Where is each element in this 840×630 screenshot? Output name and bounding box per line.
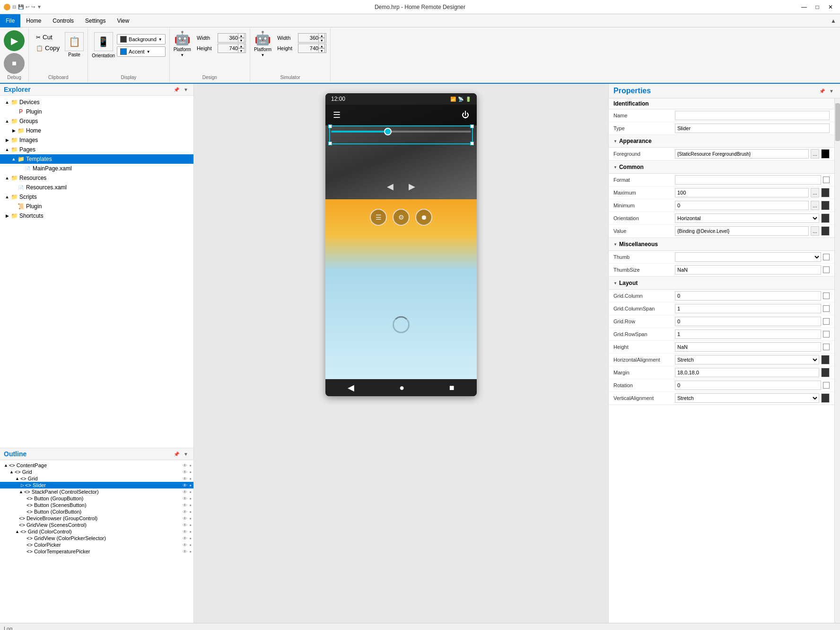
design-width-up[interactable]: ▲ [238,33,245,38]
grid-column-checkbox[interactable] [823,293,830,299]
outline-stackpanel[interactable]: ▲ <> StackPanel (ControlSelector) 👁 ● [0,488,193,495]
grid-row-input[interactable] [675,317,821,326]
sim-width-down[interactable]: ▼ [318,38,325,43]
value-color-btn[interactable] [821,226,830,236]
outline-pin-icon[interactable]: 📌 [173,450,180,458]
recent-nav-btn[interactable]: ■ [449,383,455,393]
margin-input[interactable] [675,368,819,377]
slider-eye-icon[interactable]: 👁 [183,483,187,488]
props-dropdown-icon[interactable]: ▼ [828,87,835,95]
grid-columnspan-checkbox[interactable] [823,305,830,312]
foreground-dots-btn[interactable]: … [811,149,819,159]
outline-colortempicker[interactable]: <> ColorTemperaturePicker 👁 ● [0,548,193,555]
templates-expand-icon[interactable]: ▲ [10,156,17,162]
format-checkbox[interactable] [823,177,830,183]
sim-width-up[interactable]: ▲ [318,33,325,38]
sim-height-down[interactable]: ▼ [318,48,325,53]
properties-scrollbar[interactable] [834,98,840,623]
outline-colorpicker[interactable]: <> ColorPicker 👁 ● [0,541,193,548]
value-input[interactable] [675,226,809,236]
tree-item-home[interactable]: ▶ 📁 Home [0,126,193,135]
power-icon[interactable]: ⏻ [462,111,469,119]
tree-item-mainpage[interactable]: 📄 MainPage.xaml [0,164,193,173]
shortcuts-expand-icon[interactable]: ▶ [4,213,10,219]
handle-tr[interactable] [470,124,474,128]
foreground-input[interactable] [675,149,809,159]
grid1-expand-icon[interactable]: ▲ [9,470,14,474]
tree-item-images[interactable]: ▶ 📁 Images [0,135,193,145]
design-width-input[interactable]: 360 ▲ ▼ [218,33,246,43]
devicebrowser-eye-icon[interactable]: 👁 [183,516,187,521]
contentpage-expand-icon[interactable]: ▲ [4,463,8,468]
properties-scroll[interactable]: Identification Name Type [609,98,834,623]
outline-grid-color[interactable]: ▲ <> Grid (ColorControl) 👁 ● [0,528,193,535]
scripts-expand-icon[interactable]: ▲ [4,194,10,200]
btn-group-eye-icon[interactable]: 👁 [183,496,187,501]
start-button[interactable]: ▶ [4,30,25,51]
sim-height-input[interactable]: 740 ▲ ▼ [298,44,326,53]
hamburger-icon[interactable]: ☰ [333,110,341,120]
grid-color-eye-icon[interactable]: 👁 [183,529,187,534]
outline-grid2[interactable]: ▲ <> Grid 👁 ● [0,475,193,482]
grid-row-checkbox[interactable] [823,318,830,325]
tree-item-resources-xaml[interactable]: 📄 Resources.xaml [0,183,193,192]
handle-tl[interactable] [328,124,332,128]
tree-item-pages[interactable]: ▲ 📁 Pages [0,145,193,154]
record-btn[interactable]: ⏺ [415,209,432,226]
pages-expand-icon[interactable]: ▲ [4,146,10,153]
back-nav-btn[interactable]: ◀ [348,382,354,393]
groups-expand-icon[interactable]: ▲ [4,118,10,124]
grid-rowspan-input[interactable] [675,329,821,339]
minimum-dots-btn[interactable]: … [811,201,819,210]
paste-button[interactable]: 📋 [65,32,84,51]
btn-scenes-eye-icon[interactable]: 👁 [183,503,187,508]
menu-home[interactable]: Home [20,14,47,27]
halign-color-btn[interactable] [821,355,830,364]
menu-file[interactable]: File [0,14,20,27]
outline-btn-scenes[interactable]: <> Button (ScenesButton) 👁 ● [0,502,193,508]
settings-circle-btn[interactable]: ⚙ [393,209,410,226]
valign-color-btn[interactable] [821,393,830,403]
maximum-color-btn[interactable] [821,188,830,197]
contentpage-eye-icon[interactable]: 👁 [183,463,187,468]
design-width-down[interactable]: ▼ [238,38,245,43]
tree-item-shortcuts[interactable]: ▶ 📁 Shortcuts [0,211,193,221]
btn-color-eye-icon[interactable]: 👁 [183,509,187,515]
tree-item-resources[interactable]: ▲ 📁 Resources [0,173,193,183]
handle-br[interactable] [470,142,474,145]
grid-column-input[interactable] [675,291,821,301]
copy-button[interactable]: 📋 Copy [33,43,63,53]
background-button[interactable]: Background ▼ [117,34,166,44]
accent-button[interactable]: Accent ▼ [117,46,166,57]
maximize-button[interactable]: □ [812,3,823,11]
height-prop-input[interactable] [675,342,821,352]
colorpicker-eye-icon[interactable]: 👁 [183,542,187,548]
devices-expand-icon[interactable]: ▲ [4,99,10,106]
minimum-input[interactable] [675,201,809,210]
tree-item-groups[interactable]: ▲ 📁 Groups [0,116,193,126]
explorer-dropdown-icon[interactable]: ▼ [182,86,190,93]
design-height-down[interactable]: ▼ [238,48,245,53]
grid2-eye-icon[interactable]: 👁 [183,476,187,481]
explorer-pin-icon[interactable]: 📌 [173,86,180,93]
grid-columnspan-input[interactable] [675,304,821,313]
props-pin-icon[interactable]: 📌 [818,87,826,95]
common-section-header[interactable]: ▼ Common [609,161,834,174]
resources-expand-icon[interactable]: ▲ [4,175,10,181]
valign-select[interactable]: Stretch [675,393,819,403]
orientation-select[interactable]: Horizontal [675,213,819,223]
grid-color-expand-icon[interactable]: ▲ [15,529,19,534]
outline-gridview-colorpicker[interactable]: <> GridView (ColorPickerSelector) 👁 ● [0,535,193,541]
design-height-up[interactable]: ▲ [238,44,245,48]
thumb-checkbox[interactable] [823,254,830,260]
misc-section-header[interactable]: ▼ Miscellaneous [609,238,834,251]
outline-dropdown-icon[interactable]: ▼ [182,450,190,458]
outline-slider[interactable]: ▷ <> Slider 👁 ● [0,482,193,488]
stop-button[interactable]: ■ [4,53,25,74]
design-height-input[interactable]: 740 ▲ ▼ [218,44,246,53]
thumbsize-checkbox[interactable] [823,266,830,273]
colortempicker-eye-icon[interactable]: 👁 [183,549,187,554]
outline-btn-group[interactable]: <> Button (GroupButton) 👁 ● [0,495,193,502]
menu-settings[interactable]: Settings [79,14,111,27]
orientation-color-btn[interactable] [821,213,830,223]
